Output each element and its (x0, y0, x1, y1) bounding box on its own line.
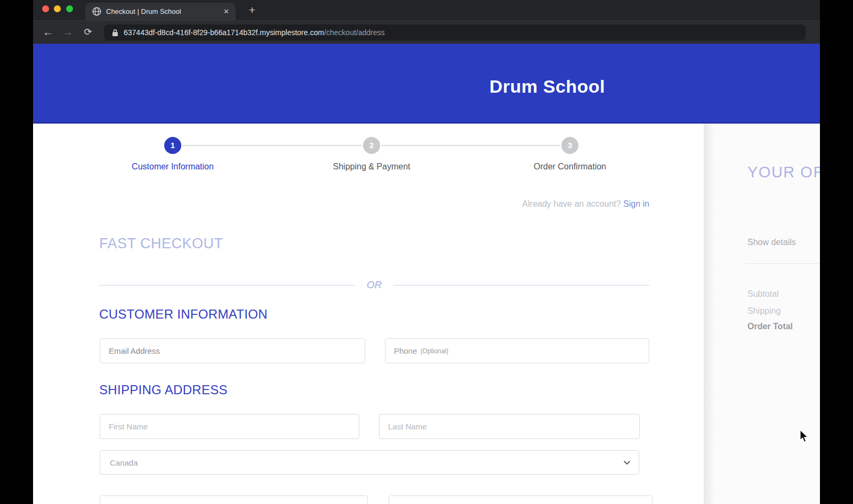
summary-row-shipping: Shipping (747, 306, 780, 316)
zoom-window-button[interactable] (66, 5, 73, 12)
phone-optional-note: (Optional) (420, 347, 448, 355)
minimize-window-button[interactable] (54, 5, 61, 12)
divider-line (393, 285, 649, 286)
or-divider: OR (99, 280, 649, 290)
country-selected-value: Canada (110, 458, 138, 467)
new-tab-button[interactable]: + (244, 2, 260, 18)
step-connector (182, 145, 362, 146)
close-window-button[interactable] (42, 5, 49, 12)
tab-title: Checkout | Drum School (106, 7, 219, 15)
show-details-link[interactable]: Show details (747, 238, 796, 247)
last-name-input[interactable] (379, 414, 640, 439)
step-connector (381, 145, 560, 146)
step-label-shipping-payment: Shipping & Payment (292, 162, 452, 172)
sign-in-link[interactable]: Sign in (623, 199, 649, 208)
shipping-address-title: SHIPPING ADDRESS (99, 383, 228, 397)
account-prompt: Already have an account? Sign in (522, 199, 649, 209)
summary-row-order-total: Order Total (747, 322, 793, 331)
divider-line (99, 285, 355, 286)
step-label-customer-information: Customer Information (93, 162, 253, 172)
back-icon[interactable]: ← (40, 25, 56, 40)
forward-icon: → (60, 25, 76, 40)
store-header: Drum School (33, 44, 820, 124)
address-bar[interactable]: 637443df-d8cd-416f-8f29-b66a1714b32f.mys… (104, 25, 806, 40)
refresh-icon[interactable]: ⟳ (80, 25, 96, 40)
fast-checkout-title: FAST CHECKOUT (99, 235, 223, 252)
lock-icon (112, 29, 118, 37)
url-text: 637443df-d8cd-416f-8f29-b66a1714b32f.mys… (124, 28, 385, 37)
step-circle-2: 2 (363, 137, 380, 154)
browser-window: Checkout | Drum School ✕ + ← → ⟳ 637443d… (33, 0, 820, 504)
order-summary-panel: YOUR ORDER Show details Subtotal Shippin… (704, 124, 820, 504)
close-tab-icon[interactable]: ✕ (223, 7, 229, 15)
step-circle-3: 3 (561, 137, 578, 154)
url-domain: 637443df-d8cd-416f-8f29-b66a1714b32f.mys… (124, 28, 324, 37)
step-circle-1: 1 (164, 137, 181, 154)
globe-icon (92, 7, 101, 16)
or-divider-text: OR (355, 279, 394, 291)
summary-row-subtotal: Subtotal (747, 289, 779, 299)
step-label-order-confirmation: Order Confirmation (490, 162, 650, 172)
phone-input[interactable]: Phone (Optional) (385, 338, 649, 363)
email-input[interactable] (100, 338, 365, 363)
phone-placeholder: Phone (394, 346, 417, 355)
browser-toolbar: ← → ⟳ 637443df-d8cd-416f-8f29-b66a1714b3… (33, 20, 820, 44)
address-secondary-input[interactable] (389, 495, 653, 504)
store-name: Drum School (489, 76, 605, 97)
chevron-down-icon (623, 460, 631, 465)
mouse-cursor (798, 429, 810, 443)
summary-divider (745, 263, 820, 264)
browser-tab[interactable]: Checkout | Drum School ✕ (85, 3, 236, 20)
address-input[interactable] (100, 495, 368, 504)
first-name-input[interactable] (100, 414, 359, 439)
order-summary-title: YOUR ORDER (747, 164, 820, 181)
tab-strip: Checkout | Drum School ✕ + (33, 0, 820, 20)
customer-information-title: CUSTOMER INFORMATION (99, 307, 268, 322)
url-path: /checkout/address (324, 28, 385, 37)
checkout-page: Drum School 1 2 3 Customer Information S… (33, 44, 820, 504)
account-prompt-text: Already have an account? (522, 199, 621, 208)
country-select[interactable]: Canada (100, 450, 639, 475)
